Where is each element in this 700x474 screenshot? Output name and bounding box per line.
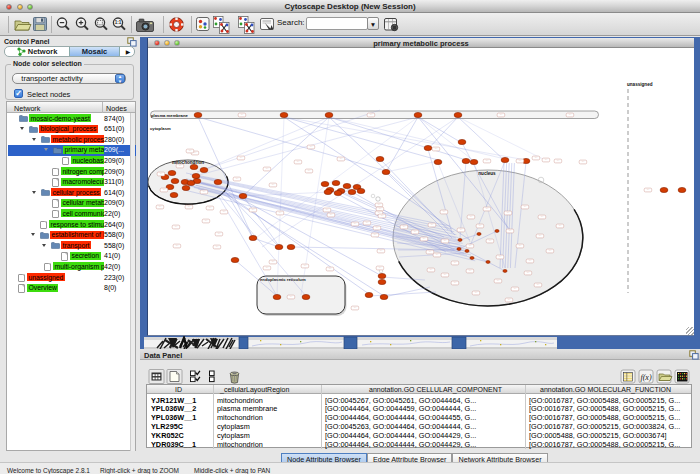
svg-text:···: ··· <box>514 288 517 291</box>
svg-text:···: ··· <box>429 251 432 254</box>
svg-text:···: ··· <box>444 240 447 243</box>
svg-text:···: ··· <box>176 245 179 248</box>
svg-text:···: ··· <box>537 284 540 287</box>
svg-text:1:1: 1:1 <box>115 20 122 25</box>
svg-text:···: ··· <box>469 245 472 248</box>
svg-text:plasma membrane: plasma membrane <box>151 113 188 118</box>
svg-text:f(x): f(x) <box>640 373 651 382</box>
svg-text:···: ··· <box>569 114 572 117</box>
svg-text:···: ··· <box>423 238 426 241</box>
svg-text:···: ··· <box>431 224 434 227</box>
svg-text:···: ··· <box>308 170 311 173</box>
svg-text:···: ··· <box>508 299 511 302</box>
svg-text:···: ··· <box>188 206 191 209</box>
svg-text:···: ··· <box>524 206 527 209</box>
svg-text:···: ··· <box>175 226 178 229</box>
svg-text:···: ··· <box>454 282 457 285</box>
svg-text:···: ··· <box>326 209 329 212</box>
svg-text:···: ··· <box>479 225 482 228</box>
svg-text:···: ··· <box>163 189 166 192</box>
svg-text:unassigned: unassigned <box>627 82 653 87</box>
svg-text:···: ··· <box>223 211 226 214</box>
svg-text:···: ··· <box>218 233 221 236</box>
svg-text:···: ··· <box>216 246 219 249</box>
svg-text:···: ··· <box>557 160 560 163</box>
svg-text:···: ··· <box>241 114 244 117</box>
svg-text:···: ··· <box>159 206 162 209</box>
svg-text:···: ··· <box>539 235 542 238</box>
svg-text:···: ··· <box>272 184 275 187</box>
svg-text:···: ··· <box>509 230 512 233</box>
svg-text:···: ··· <box>374 234 377 237</box>
svg-text:···: ··· <box>194 152 197 155</box>
svg-text:···: ··· <box>340 158 343 161</box>
svg-text:···: ··· <box>527 272 530 275</box>
svg-text:···: ··· <box>647 189 650 192</box>
svg-text:···: ··· <box>380 250 383 253</box>
svg-text:···: ··· <box>443 211 446 214</box>
svg-text:···: ··· <box>205 220 208 223</box>
svg-text:···: ··· <box>179 165 182 168</box>
svg-text:···: ··· <box>545 159 548 162</box>
svg-text:···: ··· <box>507 212 510 215</box>
svg-text:···: ··· <box>290 296 293 299</box>
svg-text:···: ··· <box>549 250 552 253</box>
svg-text:···: ··· <box>354 307 357 310</box>
svg-text:···: ··· <box>236 178 239 181</box>
svg-text:···: ··· <box>381 215 384 218</box>
svg-text:···: ··· <box>497 280 500 283</box>
svg-text:···: ··· <box>519 245 522 248</box>
svg-text:cytoplasm: cytoplasm <box>150 126 171 131</box>
svg-text:···: ··· <box>444 274 447 277</box>
svg-text:···: ··· <box>379 267 382 270</box>
svg-text:···: ··· <box>403 226 406 229</box>
svg-text:···: ··· <box>297 161 300 164</box>
svg-text:endoplasmic reticulum: endoplasmic reticulum <box>260 277 306 282</box>
svg-text:···: ··· <box>582 161 585 164</box>
svg-text:···: ··· <box>436 254 439 257</box>
svg-text:···: ··· <box>354 223 357 226</box>
svg-text:mitochondrion: mitochondrion <box>172 160 204 165</box>
svg-text:···: ··· <box>266 267 269 270</box>
svg-text:···: ··· <box>366 222 369 225</box>
svg-text:nucleus: nucleus <box>478 171 496 176</box>
svg-text:···: ··· <box>376 227 379 230</box>
svg-text:···: ··· <box>304 265 307 268</box>
svg-text:···: ··· <box>500 114 503 117</box>
svg-text:···: ··· <box>430 269 433 272</box>
svg-text:···: ··· <box>329 268 332 271</box>
svg-text:···: ··· <box>279 212 282 215</box>
svg-text:···: ··· <box>460 229 463 232</box>
svg-text:···: ··· <box>435 148 438 151</box>
svg-text:···: ··· <box>310 146 313 149</box>
svg-text:···: ··· <box>370 114 373 117</box>
svg-text:···: ··· <box>486 208 489 211</box>
svg-text:···: ··· <box>272 261 275 264</box>
svg-text:···: ··· <box>559 225 562 228</box>
svg-text:···: ··· <box>486 160 489 163</box>
svg-text:···: ··· <box>489 240 492 243</box>
svg-text:···: ··· <box>519 160 522 163</box>
svg-text:···: ··· <box>252 209 255 212</box>
svg-text:···: ··· <box>535 157 538 160</box>
svg-text:···: ··· <box>378 204 381 207</box>
svg-text:···: ··· <box>414 231 417 234</box>
svg-text:···: ··· <box>454 262 457 265</box>
svg-text:···: ··· <box>470 216 473 219</box>
svg-text:···: ··· <box>475 292 478 295</box>
svg-text:···: ··· <box>541 216 544 219</box>
svg-text:···: ··· <box>209 207 212 210</box>
svg-text:···: ··· <box>266 168 269 171</box>
svg-text:···: ··· <box>330 214 333 217</box>
svg-text:···: ··· <box>469 270 472 273</box>
svg-text:···: ··· <box>189 150 192 153</box>
svg-text:···: ··· <box>203 191 206 194</box>
svg-text:···: ··· <box>529 260 532 263</box>
svg-text:···: ··· <box>240 157 243 160</box>
svg-text:···: ··· <box>379 208 382 211</box>
svg-text:···: ··· <box>160 173 163 176</box>
svg-text:···: ··· <box>499 256 502 259</box>
